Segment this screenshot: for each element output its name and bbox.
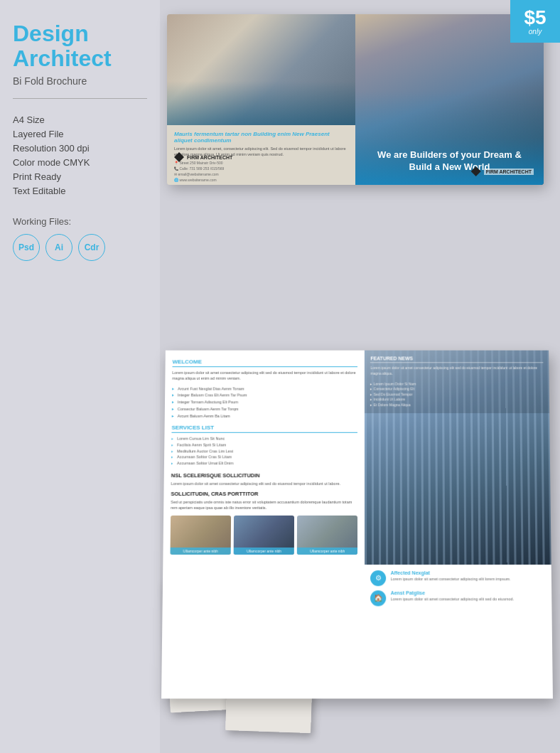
- city-background-image: [167, 14, 355, 125]
- card-2-text: Lorem ipsum dolor sit amet consectetur a…: [391, 597, 515, 602]
- welcome-text: Lorem ipsum dolor sit amet consectetur a…: [172, 370, 357, 381]
- brochure-inner-mockup: WELCOME Lorem ipsum dolor sit amet conse…: [161, 351, 553, 699]
- photo-2-label: Ullamcorper ante nibh: [234, 548, 294, 555]
- product-subtitle: Bi Fold Brochure: [13, 75, 147, 87]
- product-title: DesignArchitect: [13, 21, 147, 71]
- card-2-content: Aenst Patglise Lorem ipsum dolor sit ame…: [391, 590, 515, 602]
- services-section-title: SERVICES LIST: [171, 424, 357, 433]
- list-item: ▸Arcunt Fust Nexglat Dias Aenm Tonam: [172, 385, 357, 392]
- nsl-text: Lorem ipsum dolor sit amet consectetur a…: [171, 481, 358, 486]
- sollicitudin-text: Sed ut perspiciatis unde omnis iste natu…: [171, 499, 357, 511]
- feature-item: Color mode CMYK: [13, 157, 147, 168]
- inner-left-panel: WELCOME Lorem ipsum dolor sit amet conse…: [161, 351, 365, 699]
- file-badges-container: Psd Ai Cdr: [13, 234, 147, 261]
- file-badge-psd[interactable]: Psd: [13, 234, 40, 261]
- brochure-top-mockup: Mauris fermentum tartar non Building eni…: [167, 14, 544, 185]
- featured-news-panel: FEATURED NEWS Lorem ipsum dolor sit amet…: [365, 351, 549, 413]
- list-item: ▸Arcunt Balusm Aenm Ba Litam: [172, 413, 358, 420]
- card-2-icon: 🏠: [370, 590, 386, 606]
- contact-info: 📍 Street 250 Mainstr Driv-500 📞 Calle: 7…: [174, 160, 348, 183]
- feature-item: Text Editable: [13, 186, 147, 196]
- welcome-section-title: WELCOME: [173, 358, 358, 367]
- service-item: Lorem Cursus Lim Sit Nunc: [171, 436, 357, 442]
- working-files-label: Working Files:: [13, 216, 147, 227]
- photo-2: Ullamcorper ante nibh: [234, 516, 295, 555]
- card-1: ⚙ Affected Nexglat Lorem ipsum dolor sit…: [370, 570, 546, 586]
- building-image: FEATURED NEWS Lorem ipsum dolor sit amet…: [365, 351, 551, 565]
- feature-item: Layered File: [13, 129, 147, 139]
- brochure-left-panel: Mauris fermentum tartar non Building eni…: [167, 14, 355, 185]
- card-2-title: Aenst Patglise: [391, 590, 515, 595]
- feature-item: Resolution 300 dpi: [13, 143, 147, 154]
- card-1-icon: ⚙: [370, 570, 386, 586]
- file-badge-cdr[interactable]: Cdr: [78, 234, 105, 261]
- logo-icon: [174, 152, 184, 162]
- firm-logo-left: FIRM ARCHITECHT: [174, 152, 232, 162]
- sollicitudin-title: SOLLICITUDIN, CRAS PORTTITOR: [171, 491, 357, 497]
- service-item: Accumsan Soltior Cras Si Litam: [171, 454, 357, 461]
- inner-right-panel: FEATURED NEWS Lorem ipsum dolor sit amet…: [365, 351, 553, 699]
- bottom-photos-row: Ullamcorper ante nibh Ullamcorper ante n…: [170, 516, 357, 555]
- firm-name-right: FIRM ARCHITECHT: [484, 169, 534, 175]
- feature-item: A4 Size: [13, 114, 147, 125]
- features-list: A4 Size Layered File Resolution 300 dpi …: [13, 114, 147, 196]
- featured-news-text: Lorem ipsum dolor sit amet consectetur a…: [370, 365, 544, 407]
- featured-news-title: FEATURED NEWS: [370, 356, 543, 363]
- price-label: only: [529, 28, 542, 36]
- list-item: ▸Consectur Balusm Aenm Tar Torqm: [172, 406, 358, 413]
- nsl-title: NSL SCELERISQUE SOLLICITUDIN: [171, 472, 358, 479]
- logo-icon-right: [471, 166, 481, 176]
- main-content: $5 only Mauris fermentum tartar non Buil…: [160, 0, 560, 753]
- photo-3-label: Ullamcorper ante nibh: [297, 548, 357, 555]
- welcome-list: ▸Arcunt Fust Nexglat Dias Aenm Tonam ▸In…: [172, 385, 358, 420]
- sidebar-divider: [13, 98, 147, 99]
- card-1-title: Affected Nexglat: [391, 570, 511, 575]
- photo-3: Ullamcorper ante nibh: [297, 516, 357, 555]
- price-tag: $5 only: [510, 0, 560, 43]
- services-list: Lorem Cursus Lim Sit Nunc Facilisis Aenm…: [171, 436, 357, 467]
- sidebar: DesignArchitect Bi Fold Brochure A4 Size…: [0, 0, 160, 753]
- price-amount: $5: [524, 8, 546, 28]
- card-2: 🏠 Aenst Patglise Lorem ipsum dolor sit a…: [370, 590, 546, 606]
- list-item: ▸Integer Balusm Cras Elt Aenm Tar Psum: [172, 392, 357, 400]
- firm-name-left: FIRM ARCHITECHT: [187, 155, 232, 160]
- list-item: ▸Integer Tornam Adisctung Elt Psum: [172, 400, 358, 407]
- brochure-headline: Mauris fermentum tartar non Building eni…: [174, 131, 348, 144]
- service-item: Meditullum Auctor Cras Lim Lest: [171, 448, 357, 454]
- file-badge-ai[interactable]: Ai: [45, 234, 72, 261]
- service-item: Facilisis Aenm Sprit Si Litam: [171, 442, 357, 448]
- card-1-text: Lorem ipsum dolor sit amet consectetur a…: [391, 577, 511, 582]
- photo-1-label: Ullamcorper ante nibh: [170, 548, 230, 555]
- right-cards-area: ⚙ Affected Nexglat Lorem ipsum dolor sit…: [365, 565, 553, 699]
- firm-logo-right: FIRM ARCHITECHT: [471, 166, 534, 176]
- photo-1: Ullamcorper ante nibh: [170, 516, 231, 555]
- card-1-content: Affected Nexglat Lorem ipsum dolor sit a…: [391, 570, 511, 582]
- feature-item: Print Ready: [13, 171, 147, 182]
- service-item: Accumsan Soltior Umat Elt Dnim: [171, 461, 357, 467]
